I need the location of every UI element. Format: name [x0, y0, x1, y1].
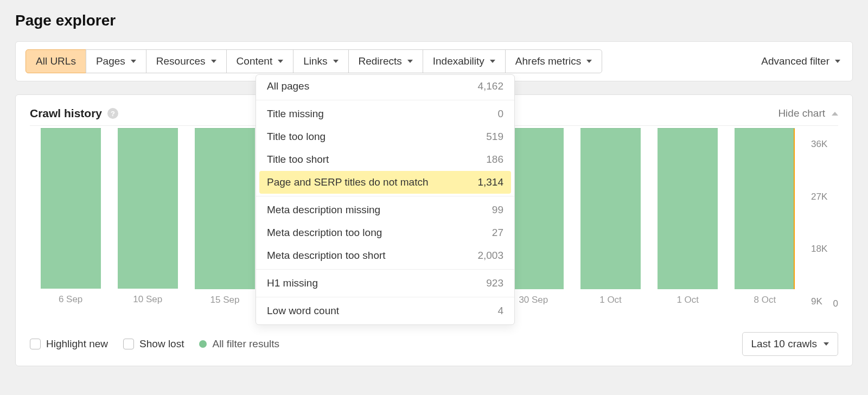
chart-title-wrap: Crawl history ? — [30, 107, 118, 120]
tab-indexability[interactable]: Indexability — [423, 49, 506, 73]
chart-bar[interactable] — [658, 128, 718, 289]
dropdown-item-count: 186 — [486, 154, 503, 165]
tab-label: Content — [237, 55, 273, 67]
chart-bar[interactable] — [735, 128, 795, 289]
dropdown-item-count: 27 — [492, 227, 503, 239]
advanced-filter-button[interactable]: Advanced filter — [759, 50, 843, 73]
x-tick: 1 Oct — [599, 295, 622, 307]
dropdown-item-label: Meta description missing — [267, 204, 380, 216]
dropdown-item-meta-too-short[interactable]: Meta description too short 2,003 — [256, 244, 514, 267]
dropdown-item-meta-missing[interactable]: Meta description missing 99 — [256, 199, 514, 221]
y-tick: 36K — [811, 139, 838, 150]
chart-bar[interactable] — [195, 128, 255, 289]
x-tick: 30 Sep — [519, 295, 548, 307]
chevron-down-icon — [824, 342, 829, 346]
y-tick: 27K — [811, 192, 838, 202]
filter-bar: All URLs Pages Resources Content Links R… — [15, 41, 853, 81]
show-lost-checkbox[interactable]: Show lost — [123, 338, 184, 350]
dropdown-item-count: 1,314 — [477, 176, 503, 188]
dropdown-item-count: 99 — [492, 204, 503, 216]
checkbox-label: Show lost — [139, 338, 184, 350]
dropdown-item-label: Title missing — [267, 108, 324, 120]
divider — [256, 297, 514, 297]
dropdown-item-all-pages[interactable]: All pages 4,162 — [256, 75, 514, 98]
checkbox-icon — [30, 339, 41, 349]
y-tick: 18K — [811, 244, 838, 254]
checkbox-icon — [123, 339, 134, 349]
chart-bar-slot: 15 Sep — [186, 128, 263, 307]
range-select-button[interactable]: Last 10 crawls — [742, 332, 838, 356]
tab-label: All URLs — [36, 55, 76, 67]
dropdown-item-count: 519 — [486, 131, 503, 143]
chevron-down-icon — [278, 60, 283, 63]
chart-bar-slot: 6 Sep — [32, 128, 109, 307]
chart-bar[interactable] — [580, 128, 641, 289]
dropdown-item-title-missing[interactable]: Title missing 0 — [256, 103, 514, 125]
dropdown-item-count: 4,162 — [477, 80, 503, 92]
dropdown-item-serp-title-mismatch[interactable]: Page and SERP titles do not match 1,314 — [259, 171, 511, 194]
dropdown-item-label: H1 missing — [267, 277, 318, 289]
content-dropdown: All pages 4,162 Title missing 0 Title to… — [256, 74, 515, 325]
dropdown-item-label: Meta description too short — [267, 250, 386, 262]
dropdown-item-h1-missing[interactable]: H1 missing 923 — [256, 272, 514, 295]
tab-label: Indexability — [433, 55, 484, 67]
dropdown-item-title-too-long[interactable]: Title too long 519 — [256, 125, 514, 148]
x-tick: 8 Oct — [754, 295, 776, 307]
dropdown-item-low-word-count[interactable]: Low word count 4 — [256, 300, 514, 322]
filter-tabs: All URLs Pages Resources Content Links R… — [25, 49, 602, 73]
chart-footer: Highlight new Show lost All filter resul… — [30, 332, 838, 356]
dropdown-item-meta-too-long[interactable]: Meta description too long 27 — [256, 221, 514, 244]
chevron-down-icon — [586, 60, 592, 63]
dropdown-item-count: 4 — [497, 305, 503, 317]
chart-footer-left: Highlight new Show lost All filter resul… — [30, 338, 279, 350]
x-tick: 15 Sep — [210, 295, 240, 307]
chevron-down-icon — [835, 60, 840, 63]
dropdown-item-count: 0 — [497, 108, 503, 120]
help-icon[interactable]: ? — [107, 108, 118, 119]
divider — [256, 269, 514, 270]
x-tick: 1 Oct — [676, 295, 699, 307]
tab-label: Links — [303, 55, 327, 67]
chart-bar-slot: 1 Oct — [572, 128, 649, 307]
tab-redirects[interactable]: Redirects — [348, 49, 423, 73]
hide-chart-button[interactable]: Hide chart — [778, 107, 838, 119]
tab-label: Resources — [156, 55, 206, 67]
divider — [256, 100, 514, 100]
tab-all-urls[interactable]: All URLs — [25, 49, 86, 73]
chart-bar[interactable] — [41, 128, 101, 289]
checkbox-label: Highlight new — [46, 338, 108, 350]
dropdown-item-label: Meta description too long — [267, 227, 382, 239]
tab-content[interactable]: Content — [226, 49, 294, 73]
chevron-down-icon — [131, 60, 136, 63]
divider — [256, 196, 514, 196]
tab-pages[interactable]: Pages — [86, 49, 146, 73]
tab-resources[interactable]: Resources — [146, 49, 227, 73]
page-title: Page explorer — [15, 12, 853, 29]
chart-y-axis: 36K 27K 18K 9K 0 — [808, 128, 838, 307]
chevron-up-icon — [832, 112, 838, 116]
y-tick: 0 — [833, 298, 838, 309]
chart-bar-slot: 10 Sep — [109, 128, 186, 307]
hide-chart-label: Hide chart — [778, 107, 825, 119]
chart-bar[interactable] — [118, 128, 178, 289]
dropdown-item-label: Low word count — [267, 305, 339, 317]
dropdown-item-label: All pages — [267, 80, 309, 92]
chevron-down-icon — [211, 60, 216, 63]
highlight-new-checkbox[interactable]: Highlight new — [30, 338, 108, 350]
chevron-down-icon — [490, 60, 495, 63]
legend-dot-icon — [199, 340, 207, 348]
x-tick: 6 Sep — [59, 294, 82, 307]
advanced-filter-label: Advanced filter — [761, 55, 829, 67]
x-tick: 10 Sep — [133, 294, 162, 307]
dropdown-item-title-too-short[interactable]: Title too short 186 — [256, 148, 514, 171]
dropdown-item-label: Title too short — [267, 154, 329, 165]
dropdown-item-count: 2,003 — [477, 250, 503, 262]
legend-all-filter-results: All filter results — [199, 338, 279, 350]
dropdown-item-count: 923 — [486, 277, 503, 289]
legend-label: All filter results — [212, 338, 279, 350]
tab-links[interactable]: Links — [293, 49, 348, 73]
dropdown-item-label: Title too long — [267, 131, 326, 143]
tab-label: Redirects — [359, 55, 402, 67]
chart-bar-slot: 8 Oct — [726, 128, 803, 307]
tab-ahrefs-metrics[interactable]: Ahrefs metrics — [505, 49, 602, 73]
